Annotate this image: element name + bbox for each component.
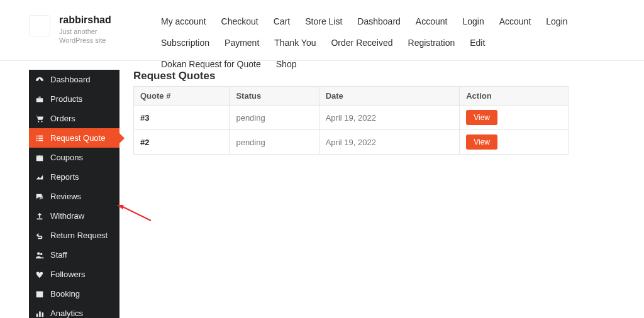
sidebar-item-label: Booking (50, 289, 113, 299)
svg-rect-14 (37, 218, 43, 219)
sidebar-item-return-request[interactable]: Return Request (29, 226, 119, 245)
topnav-subscription[interactable]: Subscription (161, 38, 209, 48)
sidebar-item-label: Analytics (50, 309, 113, 318)
undo-icon (35, 231, 44, 240)
bar-chart-icon (35, 309, 44, 318)
svg-rect-18 (36, 291, 43, 293)
svg-point-16 (40, 253, 43, 255)
site-tagline: Just another WordPress site (59, 27, 128, 45)
topnav-cart[interactable]: Cart (274, 16, 290, 26)
calendar-icon (35, 290, 44, 299)
cart-icon (35, 114, 44, 123)
topnav-thank-you[interactable]: Thank You (274, 38, 316, 48)
svg-rect-6 (38, 135, 43, 136)
svg-rect-9 (36, 140, 38, 141)
page-title: Request Quotes (133, 70, 631, 82)
topnav-my-account[interactable]: My account (161, 16, 206, 26)
sidebar-item-label: Withdraw (50, 211, 113, 221)
cell-status: pending (230, 130, 319, 155)
cell-quote-id: #2 (134, 130, 230, 155)
topnav-login[interactable]: Login (462, 16, 484, 26)
sidebar-item-reports[interactable]: Reports (29, 167, 119, 187)
sidebar-item-label: Reviews (50, 192, 113, 201)
topnav-edit[interactable]: Edit (470, 38, 485, 48)
gauge-icon (35, 75, 44, 84)
sidebar-item-followers[interactable]: Followers (29, 265, 119, 284)
sidebar-item-label: Products (50, 94, 113, 104)
users-icon (35, 251, 44, 260)
content-area: Request Quotes Quote # Status Date Actio… (119, 70, 631, 318)
svg-rect-5 (36, 135, 38, 136)
list-icon (35, 134, 44, 143)
topnav-login[interactable]: Login (546, 16, 567, 26)
topnav-account[interactable]: Account (416, 16, 448, 26)
top-nav: My accountCheckoutCartStore ListDashboar… (153, 6, 606, 77)
topnav-order-received[interactable]: Order Received (331, 38, 392, 48)
col-quote-id: Quote # (134, 87, 230, 106)
cell-date: April 19, 2022 (319, 106, 460, 130)
view-button[interactable]: View (466, 134, 497, 150)
upload-icon (35, 212, 44, 221)
table-row: #3pendingApril 19, 2022View (134, 106, 569, 130)
sidebar-item-label: Dashboard (50, 75, 113, 84)
topnav-registration[interactable]: Registration (408, 38, 455, 48)
topnav-payment[interactable]: Payment (225, 38, 259, 48)
sidebar-item-coupons[interactable]: Coupons (29, 148, 119, 167)
sidebar-item-label: Orders (50, 114, 113, 123)
svg-point-3 (38, 121, 39, 122)
svg-point-4 (41, 121, 42, 122)
col-date: Date (319, 87, 460, 106)
svg-rect-8 (38, 138, 43, 139)
col-status: Status (230, 87, 319, 106)
heart-icon (35, 270, 44, 279)
site-title: rabbirshad (59, 14, 128, 26)
gift-icon (35, 153, 44, 162)
sidebar-item-label: Reports (50, 172, 113, 182)
cell-quote-id: #3 (134, 106, 230, 130)
sidebar-item-label: Staff (50, 250, 113, 260)
sidebar-item-request-quote[interactable]: Request Quote (29, 128, 119, 148)
comments-icon (35, 192, 44, 201)
col-action: Action (460, 87, 569, 106)
topnav-checkout[interactable]: Checkout (221, 16, 258, 26)
menu-toggle-button[interactable] (29, 15, 50, 36)
svg-point-15 (37, 252, 40, 255)
cell-status: pending (230, 106, 319, 130)
sidebar-item-label: Followers (50, 270, 113, 279)
svg-rect-21 (42, 312, 44, 317)
sidebar-item-label: Coupons (50, 153, 113, 162)
sidebar-item-products[interactable]: Products (29, 89, 119, 109)
main-area: DashboardProductsOrdersRequest QuoteCoup… (0, 61, 644, 318)
cell-date: April 19, 2022 (319, 130, 460, 155)
svg-rect-19 (36, 314, 38, 317)
sidebar-item-withdraw[interactable]: Withdraw (29, 206, 119, 226)
topnav-shop[interactable]: Shop (276, 59, 297, 69)
topnav-store-list[interactable]: Store List (305, 16, 342, 26)
briefcase-icon (35, 95, 44, 104)
sidebar-item-orders[interactable]: Orders (29, 109, 119, 128)
cell-action: View (460, 130, 569, 155)
svg-rect-20 (39, 311, 41, 317)
topnav-dashboard[interactable]: Dashboard (357, 16, 401, 26)
topnav-dokan-request-for-quote[interactable]: Dokan Request for Quote (161, 59, 261, 69)
svg-rect-10 (38, 140, 43, 141)
view-button[interactable]: View (466, 110, 497, 125)
sidebar-item-booking[interactable]: Booking (29, 284, 119, 304)
vendor-sidebar: DashboardProductsOrdersRequest QuoteCoup… (29, 70, 119, 318)
sidebar-item-staff[interactable]: Staff (29, 245, 119, 265)
site-brand: rabbirshad Just another WordPress site (59, 14, 128, 45)
sidebar-item-reviews[interactable]: Reviews (29, 187, 119, 206)
cell-action: View (460, 106, 569, 130)
topnav-account[interactable]: Account (499, 16, 531, 26)
quotes-table: Quote # Status Date Action #3pendingApri… (133, 86, 569, 155)
site-header: rabbirshad Just another WordPress site M… (0, 0, 644, 61)
sidebar-item-label: Return Request (50, 231, 113, 240)
sidebar-item-label: Request Quote (50, 133, 113, 143)
table-row: #2pendingApril 19, 2022View (134, 130, 569, 155)
chart-line-icon (35, 173, 44, 182)
sidebar-item-analytics[interactable]: Analytics (29, 304, 119, 318)
svg-rect-7 (36, 138, 38, 139)
svg-rect-13 (39, 155, 40, 161)
sidebar-item-dashboard[interactable]: Dashboard (29, 70, 119, 89)
